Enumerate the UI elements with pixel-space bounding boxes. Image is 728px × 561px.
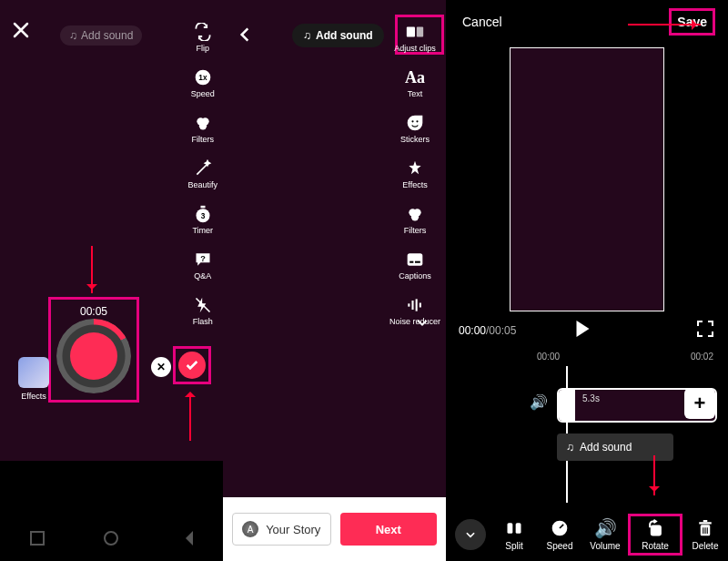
android-nav-bar	[0, 515, 223, 561]
beautify-icon	[193, 158, 213, 178]
adjust-clips-icon	[405, 22, 425, 42]
noise-icon	[405, 295, 425, 315]
clip-volume-icon[interactable]: 🔊	[530, 393, 548, 411]
clip-duration-label: 5.3s	[582, 393, 600, 403]
svg-line-9	[196, 299, 209, 312]
discard-button[interactable]: ✕	[151, 357, 171, 377]
tick-label: 00:00	[537, 352, 560, 362]
flip-icon	[193, 22, 213, 42]
editor-bottom-bar: A Your Story Next	[223, 497, 446, 561]
adjust-clips-tool[interactable]: Adjust clips	[394, 22, 436, 53]
annotation-arrow	[628, 24, 701, 26]
next-button[interactable]: Next	[340, 513, 438, 546]
annotation-arrow	[91, 246, 93, 293]
svg-point-16	[411, 213, 419, 220]
split-tool[interactable]: Split	[491, 518, 537, 551]
delete-tool[interactable]: Delete	[682, 518, 728, 551]
svg-rect-18	[410, 261, 413, 263]
add-sound-track[interactable]: ♫ Add sound	[557, 434, 673, 461]
tool-label: Filters	[191, 135, 214, 144]
add-sound-label: Add sound	[81, 29, 133, 42]
svg-rect-30	[703, 520, 708, 522]
tool-label: Speed	[547, 541, 573, 551]
svg-rect-24	[508, 523, 513, 534]
your-story-label: Your Story	[266, 523, 320, 536]
speed-tool[interactable]: 1x Speed	[191, 67, 215, 98]
svg-rect-10	[407, 27, 415, 37]
stickers-tool[interactable]: Stickers	[400, 113, 430, 144]
volume-tool[interactable]: 🔊 Volume	[582, 518, 628, 551]
trash-icon	[695, 518, 715, 538]
svg-point-13	[416, 120, 418, 122]
effects-button[interactable]: Effects	[18, 357, 49, 401]
effects-tool[interactable]: Effects	[402, 158, 427, 189]
add-sound-label: Add sound	[580, 441, 632, 454]
timeline[interactable]: 🔊 5.3s + ♫ Add sound	[446, 366, 728, 503]
split-icon	[504, 518, 524, 538]
tool-label: Delete	[693, 541, 719, 551]
svg-text:?: ?	[200, 254, 206, 263]
back-button[interactable]	[236, 26, 254, 44]
tool-label: Flip	[196, 44, 209, 53]
captions-tool[interactable]: Captions	[399, 250, 431, 280]
next-label: Next	[376, 523, 401, 536]
tool-label: Beautify	[187, 180, 217, 189]
toolbar-expand-button[interactable]	[455, 519, 486, 550]
svg-point-12	[411, 120, 413, 122]
tool-label: Rotate	[642, 541, 668, 551]
rotate-icon	[645, 518, 665, 538]
highlight-box	[173, 346, 211, 384]
flip-tool[interactable]: Flip	[193, 22, 213, 53]
home-button[interactable]	[104, 531, 118, 546]
tool-label: Captions	[399, 271, 431, 280]
svg-rect-19	[415, 261, 420, 263]
clip-preview	[510, 47, 664, 311]
total-time: /00:05	[486, 324, 516, 337]
record-screen: ♫ Add sound Flip 1x Speed Filters	[0, 0, 223, 561]
rotate-tool[interactable]: Rotate	[628, 514, 682, 556]
svg-text:1x: 1x	[198, 73, 207, 82]
timer-tool[interactable]: 3 Timer	[192, 204, 213, 235]
svg-rect-27	[652, 526, 661, 536]
editor-screen: ♫ Add sound Adjust clips Aa Text Sticker…	[223, 0, 446, 561]
tool-label: Q&A	[194, 271, 211, 280]
close-button[interactable]	[13, 22, 29, 38]
playback-time: 00:00/00:05	[459, 324, 516, 337]
tool-label: Split	[505, 541, 522, 551]
overview-button[interactable]	[30, 531, 45, 546]
svg-rect-25	[516, 523, 521, 534]
qa-icon: ?	[193, 250, 213, 270]
effects-thumb-icon	[18, 357, 49, 388]
speed-icon	[550, 518, 570, 538]
filters-tool[interactable]: Filters	[191, 113, 214, 144]
add-sound-pill[interactable]: ♫ Add sound	[60, 26, 142, 46]
back-button[interactable]	[178, 531, 193, 546]
avatar-icon: A	[242, 521, 258, 537]
qa-tool[interactable]: ? Q&A	[193, 250, 213, 280]
fullscreen-button[interactable]	[697, 321, 713, 337]
text-tool[interactable]: Aa Text	[405, 67, 425, 98]
highlight-box	[48, 297, 139, 403]
add-sound-pill[interactable]: ♫ Add sound	[292, 24, 384, 47]
beautify-tool[interactable]: Beautify	[187, 158, 217, 189]
svg-text:3: 3	[200, 211, 205, 220]
your-story-button[interactable]: A Your Story	[232, 513, 331, 546]
cancel-button[interactable]: Cancel	[462, 15, 502, 29]
tool-label: Filters	[404, 226, 427, 235]
speed-tool[interactable]: Speed	[537, 518, 582, 551]
annotation-arrow	[653, 455, 655, 495]
tool-label: Adjust clips	[394, 44, 436, 53]
clip-trim-handle[interactable]	[559, 390, 575, 421]
flash-tool[interactable]: Flash	[193, 295, 213, 326]
filters-icon	[193, 113, 213, 133]
music-note-icon: ♫	[69, 29, 77, 42]
adjust-clips-screen: Cancel Save 00:00/00:05 00:00 00:02 🔊 5.…	[446, 0, 728, 561]
editor-side-tools: Adjust clips Aa Text Stickers Effects	[389, 22, 440, 326]
play-button[interactable]	[577, 321, 598, 337]
effects-label: Effects	[21, 392, 46, 401]
filters-tool[interactable]: Filters	[404, 204, 427, 235]
expand-tools-chevron[interactable]	[415, 315, 430, 330]
timer-icon: 3	[193, 204, 213, 224]
add-clip-button[interactable]: +	[684, 388, 715, 419]
flash-icon	[193, 295, 213, 315]
